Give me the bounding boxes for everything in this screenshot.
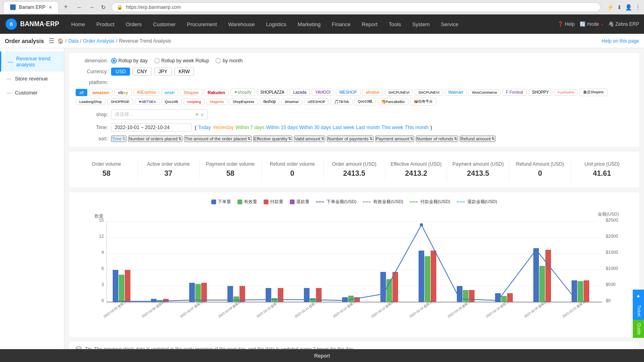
platform-shoprise[interactable]: SHOPRISE [107,99,133,105]
sidebar-item-revenue-trend[interactable]: — Revenue trend analysis [0,51,64,72]
platform-shopexpress[interactable]: ShopExpress [229,99,258,105]
platform-meshop[interactable]: MESHOP [336,89,360,96]
ticket-button[interactable]: Ticket [633,302,644,320]
currency-jpy[interactable]: JPY [154,68,172,76]
time-30days[interactable]: Within 30 days [299,125,331,130]
back-button[interactable]: ← [74,3,85,11]
nav-procurement[interactable]: Procurement [181,14,222,34]
platform-shopee[interactable]: Shopee [180,89,202,96]
nav-marketing[interactable]: Marketing [292,14,326,34]
platform-shopify[interactable]: ✦shopify [230,88,255,96]
time-this-week[interactable]: This week [382,125,403,130]
tab-close-button[interactable]: × [49,4,52,10]
breadcrumb-data[interactable]: Data [68,38,78,44]
nav-home[interactable]: Home [66,14,91,34]
sort-payment-amount[interactable]: Payment amount ⇅ [375,136,414,142]
platform-rakuten[interactable]: Rakuten [204,89,229,96]
clear-icon[interactable]: ✕ [195,112,199,117]
time-yesterday[interactable]: Yesterday [213,125,234,130]
time-7days[interactable]: Within 7 days [235,125,264,130]
nav-system[interactable]: System [407,14,435,34]
sort-valid-amount[interactable]: Valid amount ⇅ [294,136,325,142]
mode-button[interactable]: 🔄 mode ● [580,21,603,27]
platform-funpinpin[interactable]: FunPinPin [554,89,578,96]
platform-walmart[interactable]: Walmart [445,89,467,96]
time-today[interactable]: Today [198,125,211,130]
shop-dropdown[interactable]: 请选择... ✕ ∨ [111,109,208,119]
breadcrumb-order-analysis[interactable]: Order Analysis [83,38,114,44]
platform-tiktok[interactable]: 🎵TikTok [330,99,353,105]
sort-num-payments[interactable]: Number of payments ⇅ [327,136,374,142]
refresh-button[interactable]: ↻ [99,3,108,11]
platform-shopins[interactable]: 趣店Shopins [580,88,607,96]
nav-logistics[interactable]: Logistics [260,14,292,34]
nav-tools[interactable]: Tools [383,14,407,34]
address-input[interactable] [126,4,595,10]
sort-orders-placed[interactable]: Number of orders placed ⇅ [128,136,182,142]
radio-by-month[interactable]: by month [215,58,242,64]
platform-qoo10r[interactable]: Qoo10赋 [354,98,376,105]
sidebar-item-customer[interactable]: — Customer [0,86,64,100]
sidebar-toggle[interactable]: ☰ [49,37,54,45]
time-input[interactable] [111,123,192,132]
time-15days[interactable]: Within 15 days [266,125,298,130]
extensions-icon[interactable]: ⚡ [607,4,614,10]
nav-orders[interactable]: Orders [120,14,147,34]
platform-leadongshop[interactable]: LeadongShop [76,99,105,105]
new-tab-button[interactable]: + [60,3,71,11]
platform-shoplazza[interactable]: SHOPLAZZA [257,89,288,96]
sort-refund-amount[interactable]: Refund amount ⇅ [460,136,495,142]
platform-shop[interactable]: 🛍shop [260,98,280,105]
platform-fordeal[interactable]: F Fordeal [502,89,527,96]
guide-button[interactable]: Guide [633,320,644,338]
download-icon[interactable]: ⬇ [617,4,622,10]
help-link[interactable]: ❓ Help [557,21,575,27]
platform-qoo10b[interactable]: Qoo10Β [161,99,182,105]
sidebar-item-store-revenue[interactable]: — Store revenue [0,72,64,86]
currency-krw[interactable]: KRW [174,68,194,76]
platform-lazada[interactable]: Lazada [289,89,310,96]
platform-wowma[interactable]: Wowma! [281,99,302,105]
time-this-month[interactable]: This month [405,125,429,130]
platform-alivalue[interactable]: alivalue [362,89,383,96]
currency-cny[interactable]: CNY [132,68,151,76]
platform-aliexpress[interactable]: AliExpress [133,89,159,96]
zebra-erp-button[interactable]: 🦓 Zebra ERP [608,21,639,27]
time-last-month[interactable]: Last month [356,125,380,130]
platform-shcpunevi2[interactable]: SHCPUNEVI [415,89,443,96]
platform-pancakebiz[interactable]: 🥞PancakeBiz [378,99,409,105]
nav-report[interactable]: Report [356,14,383,34]
sort-num-refunds[interactable]: Number of refunds ⇅ [416,136,458,142]
platform-netsea[interactable]: ✦NETSEA [135,99,160,105]
dropdown-icon[interactable]: ∨ [200,112,204,117]
nav-product[interactable]: Product [91,14,120,34]
forward-button[interactable]: → [87,3,97,11]
active-tab[interactable]: Banam ERP × [3,1,59,13]
platform-ueeshop[interactable]: UEESHOP [304,99,329,105]
radio-rollup-week[interactable]: Rollup by week Rollup [154,58,209,64]
platform-own[interactable]: 📦自有平台 [410,98,436,105]
nav-customer[interactable]: Customer [147,14,181,34]
settings-icon[interactable]: ⋮ [635,4,641,10]
nav-warehouse[interactable]: Warehouse [223,14,260,34]
scroll-up-button[interactable]: ▲ [633,290,644,302]
sort-effective-qty[interactable]: Effective quantity ⇅ [253,136,293,142]
profile-icon[interactable]: 👤 [625,4,632,10]
currency-usd[interactable]: USD [111,68,130,76]
platform-all[interactable]: all [76,89,87,96]
nav-service[interactable]: Service [436,14,464,34]
platform-coupang[interactable]: coupang [184,99,205,105]
help-on-page-link[interactable]: Help on this page [602,38,639,44]
platform-amazon[interactable]: amazon [89,89,113,96]
platform-shoppy[interactable]: SHOPPY [528,89,553,96]
nav-finance[interactable]: Finance [326,14,356,34]
platform-ebay[interactable]: ebay [114,89,132,96]
platform-magento[interactable]: Magento [206,99,227,105]
address-bar-container[interactable]: 🔒 [111,2,601,12]
time-last-week[interactable]: Last week [332,125,354,130]
sort-time[interactable]: Time ⇅ [111,136,126,142]
platform-shcpunevi1[interactable]: SHCPUNEVI [385,89,413,96]
platform-wish[interactable]: wish [161,89,178,96]
platform-woocommerce[interactable]: WooCommerce [469,89,501,96]
radio-rollup-day[interactable]: Rollup by day [111,58,148,64]
